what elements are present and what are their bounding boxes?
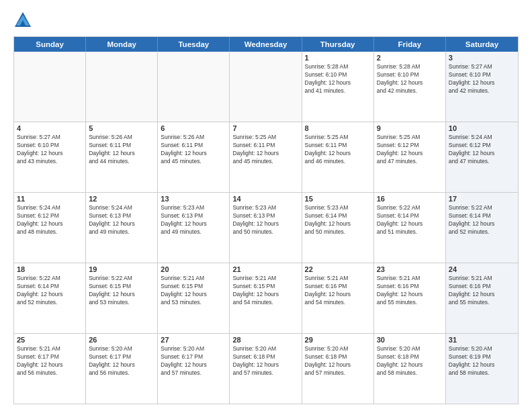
- calendar-header-monday: Monday: [86, 37, 158, 52]
- calendar-cell: 6Sunrise: 5:26 AM Sunset: 6:11 PM Daylig…: [158, 122, 230, 192]
- day-number: 24: [449, 265, 515, 273]
- logo-icon: [13, 11, 32, 30]
- day-info: Sunrise: 5:21 AM Sunset: 6:16 PM Dayligh…: [449, 275, 515, 307]
- day-number: 28: [232, 336, 298, 344]
- calendar: SundayMondayTuesdayWednesdayThursdayFrid…: [13, 36, 519, 404]
- calendar-cell: 31Sunrise: 5:20 AM Sunset: 6:19 PM Dayli…: [446, 334, 518, 404]
- calendar-cell: 20Sunrise: 5:21 AM Sunset: 6:15 PM Dayli…: [158, 263, 230, 333]
- day-number: 11: [17, 195, 83, 203]
- day-info: Sunrise: 5:21 AM Sunset: 6:16 PM Dayligh…: [305, 275, 371, 307]
- calendar-header-thursday: Thursday: [302, 37, 374, 52]
- calendar-body: 1Sunrise: 5:28 AM Sunset: 6:10 PM Daylig…: [14, 52, 518, 404]
- day-info: Sunrise: 5:28 AM Sunset: 6:10 PM Dayligh…: [305, 63, 371, 95]
- day-info: Sunrise: 5:22 AM Sunset: 6:14 PM Dayligh…: [449, 204, 515, 236]
- day-number: 4: [17, 124, 83, 132]
- day-info: Sunrise: 5:23 AM Sunset: 6:13 PM Dayligh…: [161, 204, 226, 236]
- calendar-cell: 18Sunrise: 5:22 AM Sunset: 6:14 PM Dayli…: [14, 263, 86, 333]
- calendar-cell: 17Sunrise: 5:22 AM Sunset: 6:14 PM Dayli…: [446, 193, 518, 263]
- calendar-cell: 9Sunrise: 5:25 AM Sunset: 6:12 PM Daylig…: [374, 122, 446, 192]
- day-info: Sunrise: 5:21 AM Sunset: 6:16 PM Dayligh…: [377, 275, 443, 307]
- day-number: 10: [449, 124, 515, 132]
- day-info: Sunrise: 5:22 AM Sunset: 6:14 PM Dayligh…: [377, 204, 443, 236]
- calendar-cell: 2Sunrise: 5:28 AM Sunset: 6:10 PM Daylig…: [374, 52, 446, 122]
- day-info: Sunrise: 5:20 AM Sunset: 6:18 PM Dayligh…: [377, 345, 443, 377]
- logo: [13, 11, 35, 30]
- day-info: Sunrise: 5:25 AM Sunset: 6:11 PM Dayligh…: [305, 134, 371, 166]
- day-number: 19: [89, 265, 154, 273]
- day-number: 31: [449, 336, 515, 344]
- day-info: Sunrise: 5:24 AM Sunset: 6:12 PM Dayligh…: [449, 134, 515, 166]
- day-number: 22: [305, 265, 371, 273]
- day-number: 3: [449, 54, 515, 62]
- calendar-cell: 7Sunrise: 5:25 AM Sunset: 6:11 PM Daylig…: [230, 122, 302, 192]
- calendar-cell: 29Sunrise: 5:20 AM Sunset: 6:18 PM Dayli…: [302, 334, 374, 404]
- calendar-cell: 11Sunrise: 5:24 AM Sunset: 6:12 PM Dayli…: [14, 193, 86, 263]
- day-info: Sunrise: 5:22 AM Sunset: 6:15 PM Dayligh…: [89, 275, 154, 307]
- calendar-week-2: 4Sunrise: 5:27 AM Sunset: 6:10 PM Daylig…: [14, 122, 518, 193]
- header: [13, 11, 519, 30]
- day-info: Sunrise: 5:20 AM Sunset: 6:17 PM Dayligh…: [89, 345, 154, 377]
- calendar-cell: 10Sunrise: 5:24 AM Sunset: 6:12 PM Dayli…: [446, 122, 518, 192]
- day-info: Sunrise: 5:24 AM Sunset: 6:12 PM Dayligh…: [17, 204, 83, 236]
- calendar-cell: 14Sunrise: 5:23 AM Sunset: 6:13 PM Dayli…: [230, 193, 302, 263]
- day-number: 2: [377, 54, 443, 62]
- day-number: 7: [232, 124, 298, 132]
- calendar-header-wednesday: Wednesday: [230, 37, 302, 52]
- day-info: Sunrise: 5:26 AM Sunset: 6:11 PM Dayligh…: [89, 134, 154, 166]
- calendar-cell: 24Sunrise: 5:21 AM Sunset: 6:16 PM Dayli…: [446, 263, 518, 333]
- calendar-cell: 8Sunrise: 5:25 AM Sunset: 6:11 PM Daylig…: [302, 122, 374, 192]
- calendar-cell: 13Sunrise: 5:23 AM Sunset: 6:13 PM Dayli…: [158, 193, 230, 263]
- calendar-cell: [158, 52, 230, 122]
- day-number: 17: [449, 195, 515, 203]
- day-number: 30: [377, 336, 443, 344]
- day-info: Sunrise: 5:23 AM Sunset: 6:13 PM Dayligh…: [232, 204, 298, 236]
- day-info: Sunrise: 5:20 AM Sunset: 6:18 PM Dayligh…: [232, 345, 298, 377]
- calendar-week-1: 1Sunrise: 5:28 AM Sunset: 6:10 PM Daylig…: [14, 52, 518, 122]
- day-number: 27: [161, 336, 226, 344]
- day-info: Sunrise: 5:22 AM Sunset: 6:14 PM Dayligh…: [17, 275, 83, 307]
- calendar-cell: 15Sunrise: 5:23 AM Sunset: 6:14 PM Dayli…: [302, 193, 374, 263]
- day-info: Sunrise: 5:24 AM Sunset: 6:13 PM Dayligh…: [89, 204, 154, 236]
- day-info: Sunrise: 5:20 AM Sunset: 6:17 PM Dayligh…: [161, 345, 226, 377]
- calendar-cell: 28Sunrise: 5:20 AM Sunset: 6:18 PM Dayli…: [230, 334, 302, 404]
- day-number: 12: [89, 195, 154, 203]
- day-number: 25: [17, 336, 83, 344]
- day-number: 18: [17, 265, 83, 273]
- day-info: Sunrise: 5:21 AM Sunset: 6:15 PM Dayligh…: [161, 275, 226, 307]
- day-number: 13: [161, 195, 226, 203]
- calendar-cell: 26Sunrise: 5:20 AM Sunset: 6:17 PM Dayli…: [86, 334, 158, 404]
- day-number: 16: [377, 195, 443, 203]
- day-info: Sunrise: 5:25 AM Sunset: 6:12 PM Dayligh…: [377, 134, 443, 166]
- day-info: Sunrise: 5:26 AM Sunset: 6:11 PM Dayligh…: [161, 134, 226, 166]
- calendar-cell: [230, 52, 302, 122]
- calendar-header-sunday: Sunday: [14, 37, 86, 52]
- day-number: 23: [377, 265, 443, 273]
- calendar-cell: 27Sunrise: 5:20 AM Sunset: 6:17 PM Dayli…: [158, 334, 230, 404]
- calendar-cell: 25Sunrise: 5:21 AM Sunset: 6:17 PM Dayli…: [14, 334, 86, 404]
- day-info: Sunrise: 5:20 AM Sunset: 6:18 PM Dayligh…: [305, 345, 371, 377]
- calendar-week-4: 18Sunrise: 5:22 AM Sunset: 6:14 PM Dayli…: [14, 263, 518, 334]
- calendar-cell: 5Sunrise: 5:26 AM Sunset: 6:11 PM Daylig…: [86, 122, 158, 192]
- page: SundayMondayTuesdayWednesdayThursdayFrid…: [0, 0, 532, 411]
- calendar-header-row: SundayMondayTuesdayWednesdayThursdayFrid…: [14, 37, 518, 52]
- day-number: 9: [377, 124, 443, 132]
- calendar-cell: 19Sunrise: 5:22 AM Sunset: 6:15 PM Dayli…: [86, 263, 158, 333]
- calendar-cell: [14, 52, 86, 122]
- calendar-cell: 1Sunrise: 5:28 AM Sunset: 6:10 PM Daylig…: [302, 52, 374, 122]
- day-number: 6: [161, 124, 226, 132]
- calendar-week-3: 11Sunrise: 5:24 AM Sunset: 6:12 PM Dayli…: [14, 193, 518, 263]
- calendar-cell: 30Sunrise: 5:20 AM Sunset: 6:18 PM Dayli…: [374, 334, 446, 404]
- day-number: 8: [305, 124, 371, 132]
- calendar-week-5: 25Sunrise: 5:21 AM Sunset: 6:17 PM Dayli…: [14, 334, 518, 404]
- day-number: 26: [89, 336, 154, 344]
- calendar-header-saturday: Saturday: [446, 37, 518, 52]
- calendar-cell: [86, 52, 158, 122]
- day-number: 21: [232, 265, 298, 273]
- day-info: Sunrise: 5:23 AM Sunset: 6:14 PM Dayligh…: [305, 204, 371, 236]
- day-number: 5: [89, 124, 154, 132]
- calendar-cell: 4Sunrise: 5:27 AM Sunset: 6:10 PM Daylig…: [14, 122, 86, 192]
- day-info: Sunrise: 5:20 AM Sunset: 6:19 PM Dayligh…: [449, 345, 515, 377]
- day-info: Sunrise: 5:21 AM Sunset: 6:15 PM Dayligh…: [232, 275, 298, 307]
- day-info: Sunrise: 5:27 AM Sunset: 6:10 PM Dayligh…: [449, 63, 515, 95]
- day-info: Sunrise: 5:25 AM Sunset: 6:11 PM Dayligh…: [232, 134, 298, 166]
